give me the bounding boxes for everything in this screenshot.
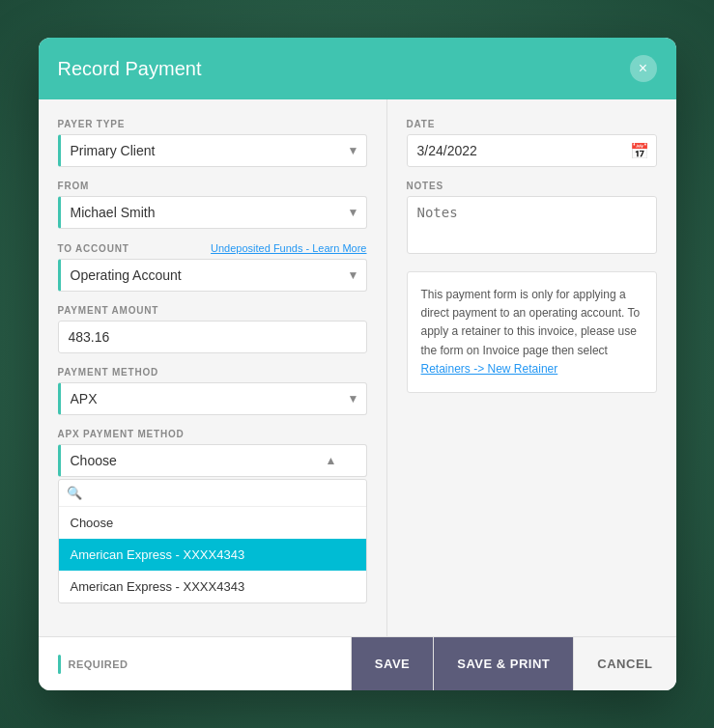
dialog-body: PAYER TYPE Primary Client ▼ FROM Michael… — [39, 99, 676, 636]
to-account-label: TO ACCOUNT — [58, 243, 129, 254]
payer-type-select-wrapper: Primary Client ▼ — [58, 134, 367, 167]
save-button[interactable]: SAVE — [351, 637, 433, 690]
date-input[interactable] — [407, 134, 657, 167]
date-label: DATE — [407, 119, 657, 129]
from-label: FROM — [58, 181, 367, 191]
date-group: DATE 📅 — [407, 119, 657, 167]
apx-search-input[interactable] — [88, 486, 358, 500]
payment-method-label: PAYMENT METHOD — [58, 367, 367, 378]
date-input-wrapper: 📅 — [407, 134, 657, 167]
close-button[interactable]: × — [630, 55, 657, 82]
required-text: REQUIRED — [69, 658, 129, 670]
payment-method-select[interactable]: APX — [58, 382, 367, 415]
notes-label: NOTES — [407, 181, 657, 191]
payer-type-select[interactable]: Primary Client — [58, 134, 367, 167]
apx-payment-method-group: APX PAYMENT METHOD Choose ▲ 🔍 Choose Ame… — [58, 429, 367, 603]
apx-dropdown-trigger[interactable]: Choose ▲ — [58, 444, 367, 477]
retainers-link[interactable]: Retainers -> New Retainer — [421, 362, 558, 376]
payment-method-select-wrapper: APX ▼ — [58, 382, 367, 415]
info-box: This payment form is only for applying a… — [407, 271, 657, 393]
to-account-label-row: TO ACCOUNT Undeposited Funds - Learn Mor… — [58, 242, 367, 254]
payment-amount-input[interactable] — [58, 321, 367, 353]
payer-type-group: PAYER TYPE Primary Client ▼ — [58, 119, 367, 167]
payment-amount-group: PAYMENT AMOUNT — [58, 305, 367, 353]
apx-dropdown-list: 🔍 Choose American Express - XXXX4343 Ame… — [58, 479, 367, 603]
info-text-before: This payment form is only for applying a… — [421, 288, 641, 357]
left-panel: PAYER TYPE Primary Client ▼ FROM Michael… — [39, 99, 386, 636]
required-bar — [58, 655, 61, 674]
to-account-group: TO ACCOUNT Undeposited Funds - Learn Mor… — [58, 242, 367, 292]
record-payment-dialog: Record Payment × PAYER TYPE Primary Clie… — [39, 38, 676, 690]
payer-type-label: PAYER TYPE — [58, 119, 367, 129]
apx-label: APX PAYMENT METHOD — [58, 429, 367, 439]
dialog-title: Record Payment — [58, 58, 202, 80]
dialog-header: Record Payment × — [39, 38, 676, 99]
to-account-select[interactable]: Operating Account — [58, 259, 367, 292]
cancel-button[interactable]: CANCEL — [573, 637, 675, 690]
dialog-footer: REQUIRED SAVE SAVE & PRINT CANCEL — [39, 636, 676, 690]
apx-option-choose[interactable]: Choose — [59, 507, 366, 539]
apx-selected-value: Choose — [71, 453, 117, 468]
apx-option-amex1[interactable]: American Express - XXXX4343 — [59, 539, 366, 571]
notes-group: NOTES — [407, 181, 657, 258]
from-select-wrapper: Michael Smith ▼ — [58, 196, 367, 229]
apx-dropdown-arrow-icon: ▲ — [326, 454, 337, 467]
save-print-button[interactable]: SAVE & PRINT — [433, 637, 573, 690]
payment-amount-label: PAYMENT AMOUNT — [58, 305, 367, 316]
payment-method-group: PAYMENT METHOD APX ▼ — [58, 367, 367, 415]
apx-search-icon: 🔍 — [67, 486, 82, 500]
required-section: REQUIRED — [39, 655, 351, 674]
from-group: FROM Michael Smith ▼ — [58, 181, 367, 229]
to-account-select-wrapper: Operating Account ▼ — [58, 259, 367, 292]
apx-search-row: 🔍 — [59, 480, 366, 507]
right-panel: DATE 📅 NOTES This payment form is only f… — [386, 99, 676, 636]
notes-textarea[interactable] — [407, 196, 657, 254]
apx-dropdown-container: Choose ▲ 🔍 Choose American Express - XXX… — [58, 444, 367, 603]
undeposited-funds-link[interactable]: Undeposited Funds - Learn More — [211, 242, 366, 254]
from-select[interactable]: Michael Smith — [58, 196, 367, 229]
apx-option-amex2[interactable]: American Express - XXXX4343 — [59, 571, 366, 602]
